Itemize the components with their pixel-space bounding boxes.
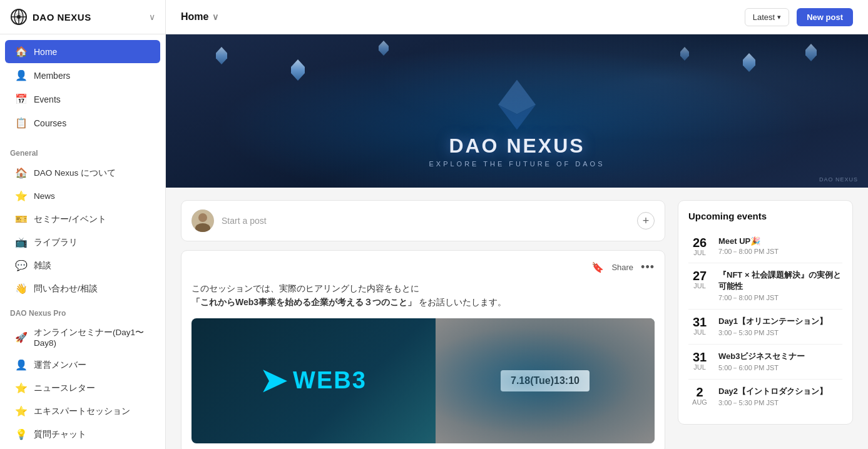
- online-seminar-icon: 🚀: [15, 331, 28, 343]
- topbar-right: Latest ▾ New post: [745, 8, 853, 26]
- event-month-1: JUL: [693, 249, 706, 256]
- home-icon: 🏠: [15, 46, 28, 58]
- sidebar-item-qa-chat-label: 質問チャット: [34, 429, 86, 440]
- event-month-5: AUG: [692, 398, 707, 406]
- sidebar-item-home[interactable]: 🏠 Home: [5, 40, 160, 63]
- post-image: ➤ WEB3 7.18(Tue)13:10: [191, 318, 655, 443]
- newsletter-icon: ⭐: [15, 382, 28, 394]
- event-item-2: 27 JUL 『NFT × 社会課題解決』の実例と可能性 7:00－8:00 P…: [688, 263, 842, 310]
- sidebar-item-library[interactable]: 📺 ライブラリ: [5, 231, 160, 253]
- latest-chevron-icon: ▾: [777, 13, 781, 21]
- event-info-2: 『NFT × 社会課題解決』の実例と可能性 7:00－8:00 PM JST: [718, 270, 842, 303]
- event-date-5: 2 AUG: [688, 386, 711, 408]
- sidebar-item-expert[interactable]: ⭐ エキスパートセッション: [5, 400, 160, 422]
- event-time-3: 3:00－5:30 PM JST: [718, 328, 842, 338]
- sidebar-item-inquiry-label: 問い合わせ/相談: [34, 283, 98, 295]
- pro-section-label: DAO Nexus Pro: [0, 300, 165, 321]
- sidebar-item-seminar[interactable]: 🎫 セミナー/イベント: [5, 208, 160, 230]
- sidebar-item-chat[interactable]: 💬 雑談: [5, 255, 160, 276]
- share-button[interactable]: Share: [611, 263, 633, 272]
- more-options-button[interactable]: •••: [641, 261, 655, 274]
- sidebar-item-operations-label: 運営メンバー: [34, 360, 86, 371]
- sidebar-item-newsletter[interactable]: ⭐ ニュースレター: [5, 377, 160, 399]
- event-item-3: 31 JUL Day1【オリエンテーション】 3:00－5:30 PM JST: [688, 310, 842, 345]
- post-actions-top: 🔖 Share •••: [191, 261, 655, 274]
- latest-dropdown-button[interactable]: Latest ▾: [745, 8, 789, 26]
- library-section-label: Library: [0, 446, 165, 449]
- topbar-chevron-icon[interactable]: ∨: [212, 12, 218, 22]
- post-input-placeholder[interactable]: Start a post: [222, 216, 630, 226]
- general-section-label: General: [0, 140, 165, 161]
- banner-watermark: DAO NEXUS: [819, 176, 858, 183]
- sidebar-item-expert-label: エキスパートセッション: [34, 406, 130, 417]
- chat-icon: 💬: [15, 260, 28, 271]
- event-info-1: Meet UP🎉 7:00－8:00 PM JST: [718, 236, 842, 256]
- event-time-5: 3:00－5:30 PM JST: [718, 398, 842, 408]
- sidebar-item-news[interactable]: ⭐ News: [5, 185, 160, 207]
- feed-main: Start a post + 🔖 Share ••• このセッションでは、実際の…: [181, 200, 665, 436]
- bookmark-icon[interactable]: 🔖: [591, 261, 604, 273]
- event-name-3[interactable]: Day1【オリエンテーション】: [718, 316, 842, 327]
- courses-icon: 📋: [15, 117, 28, 129]
- operations-icon: 👤: [15, 359, 28, 371]
- sidebar-item-online-seminar-label: オンラインセミナー(Day1〜Day8): [34, 327, 150, 348]
- sidebar-item-members[interactable]: 👤 Members: [5, 64, 160, 87]
- events-sidebar: Upcoming events 26 JUL Meet UP🎉 7:00－8:0…: [678, 200, 853, 436]
- event-name-1[interactable]: Meet UP🎉: [718, 236, 842, 246]
- web3-arrow-icon: ➤: [260, 365, 288, 396]
- sidebar-item-operations[interactable]: 👤 運営メンバー: [5, 354, 160, 376]
- sidebar-item-events[interactable]: 📅 Events: [5, 88, 160, 111]
- topbar-title: Home: [181, 11, 208, 23]
- banner-subtitle: EXPLORE THE FUTURE OF DAOS: [429, 160, 605, 168]
- sidebar-item-inquiry[interactable]: 👋 問い合わせ/相談: [5, 278, 160, 300]
- event-month-4: JUL: [693, 363, 706, 371]
- post-line1: このセッションでは、実際のヒアリングした内容をもとに: [191, 283, 419, 293]
- content-area: DAO NEXUS EXPLORE THE FUTURE OF DAOS DAO…: [166, 34, 868, 449]
- sidebar-item-dao-about[interactable]: 🏠 DAO Nexus について: [5, 162, 160, 184]
- event-name-4[interactable]: Web3ビジネスセミナー: [718, 351, 842, 362]
- events-title: Upcoming events: [688, 211, 842, 221]
- event-info-3: Day1【オリエンテーション】 3:00－5:30 PM JST: [718, 316, 842, 338]
- web3-logo: ➤ WEB3: [260, 365, 367, 396]
- sidebar-item-courses[interactable]: 📋 Courses: [5, 111, 160, 134]
- web3-image-right: 7.18(Tue)13:10: [436, 318, 655, 443]
- sidebar-item-online-seminar[interactable]: 🚀 オンラインセミナー(Day1〜Day8): [5, 322, 160, 353]
- feed-layout: Start a post + 🔖 Share ••• このセッションでは、実際の…: [166, 188, 868, 449]
- event-info-4: Web3ビジネスセミナー 5:00－6:00 PM JST: [718, 351, 842, 373]
- event-name-2[interactable]: 『NFT × 社会課題解決』の実例と可能性: [718, 270, 842, 292]
- seminar-icon: 🎫: [15, 213, 28, 225]
- news-icon: ⭐: [15, 190, 28, 202]
- event-date-2: 27 JUL: [688, 270, 711, 303]
- event-date-3: 31 JUL: [688, 316, 711, 338]
- banner-title: DAO NEXUS: [429, 134, 605, 158]
- sidebar-item-newsletter-label: ニュースレター: [34, 383, 95, 394]
- svg-point-8: [198, 213, 207, 222]
- sidebar-chevron-icon[interactable]: ∨: [149, 12, 155, 22]
- event-item-4: 31 JUL Web3ビジネスセミナー 5:00－6:00 PM JST: [688, 345, 842, 380]
- events-box: Upcoming events 26 JUL Meet UP🎉 7:00－8:0…: [678, 200, 853, 425]
- event-day-1: 26: [693, 236, 707, 249]
- sidebar-item-library-label: ライブラリ: [34, 237, 78, 248]
- topbar-left: Home ∨: [181, 11, 218, 23]
- post-line2-suffix: をお話しいたします。: [416, 297, 506, 307]
- web3-banner: ➤ WEB3 7.18(Tue)13:10: [191, 318, 655, 443]
- event-day-5: 2: [696, 386, 703, 398]
- sidebar-item-events-label: Events: [34, 94, 61, 104]
- library-icon: 📺: [15, 236, 28, 248]
- sidebar-item-chat-label: 雑談: [34, 260, 51, 271]
- sidebar-item-news-label: News: [34, 191, 55, 201]
- event-name-5[interactable]: Day2【イントロダクション】: [718, 386, 842, 397]
- dao-nexus-logo-icon: [10, 8, 28, 26]
- new-post-button[interactable]: New post: [797, 8, 853, 26]
- event-month-2: JUL: [693, 282, 706, 290]
- banner: DAO NEXUS EXPLORE THE FUTURE OF DAOS DAO…: [166, 34, 868, 188]
- qa-chat-icon: 💡: [15, 428, 28, 440]
- expert-icon: ⭐: [15, 405, 28, 417]
- web3-text: WEB3: [293, 367, 367, 394]
- sidebar-item-qa-chat[interactable]: 💡 質問チャット: [5, 423, 160, 445]
- latest-label: Latest: [753, 13, 775, 22]
- event-item-5: 2 AUG Day2【イントロダクション】 3:00－5:30 PM JST: [688, 380, 842, 414]
- composer-add-button[interactable]: +: [637, 212, 655, 230]
- event-time-4: 5:00－6:00 PM JST: [718, 363, 842, 373]
- event-info-5: Day2【イントロダクション】 3:00－5:30 PM JST: [718, 386, 842, 408]
